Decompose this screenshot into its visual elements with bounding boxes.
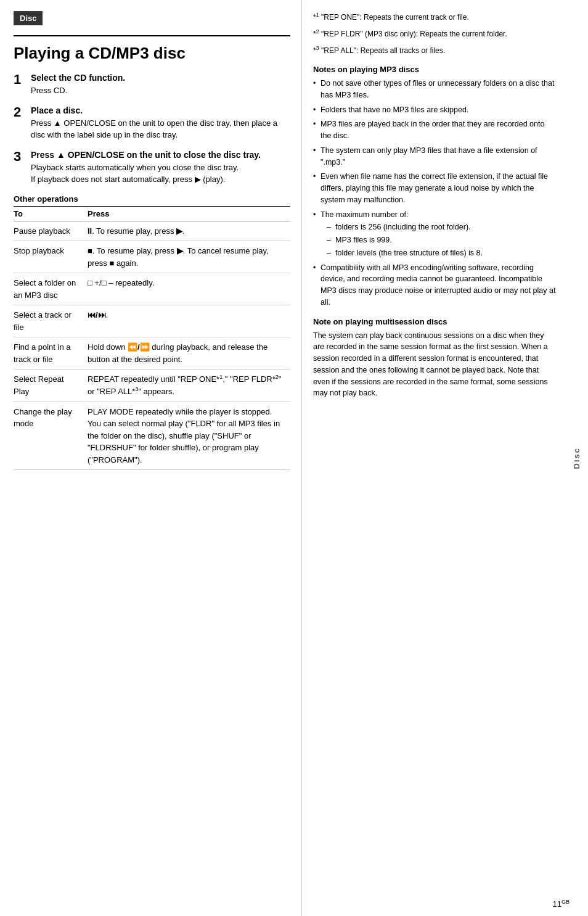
list-item: The system can only play MP3 files that … (313, 145, 556, 168)
table-header-to: To (14, 207, 88, 221)
page-number: 11GB (553, 899, 570, 909)
step-3-content: Press ▲ OPEN/CLOSE on the unit to close … (31, 150, 290, 186)
footnote-2: *2 "REP FLDR" (MP3 disc only): Repeats t… (313, 28, 556, 39)
step-2-title: Place a disc. (31, 105, 290, 115)
op-repeat-press: REPEAT repeatedly until "REP ONE*1," "RE… (88, 369, 290, 402)
divider (14, 35, 290, 36)
step-3-number: 3 (14, 150, 21, 163)
list-item: folders is 256 (including the root folde… (327, 221, 556, 233)
multisession-title: Note on playing multisession discs (313, 317, 556, 326)
page: Disc Playing a CD/MP3 disc 1 Select the … (0, 0, 588, 916)
table-row: Change the play mode PLAY MODE repeatedl… (14, 402, 290, 470)
table-header-press: Press (88, 207, 290, 221)
page-title: Playing a CD/MP3 disc (14, 44, 290, 63)
list-item: Do not save other types of files or unne… (313, 78, 556, 101)
op-mode-press: PLAY MODE repeatedly while the player is… (88, 402, 290, 470)
step-3-title: Press ▲ OPEN/CLOSE on the unit to close … (31, 150, 290, 160)
op-pause-press: II. To resume play, press ▶. (88, 221, 290, 241)
list-item: folder levels (the tree structure of fil… (327, 247, 556, 259)
step-1-title: Select the CD function. (31, 73, 290, 83)
other-ops-title: Other operations (14, 194, 290, 204)
op-track-to: Select a track or file (14, 305, 88, 337)
table-row: Pause playback II. To resume play, press… (14, 221, 290, 241)
operations-table: To Press Pause playback II. To resume pl… (14, 207, 290, 471)
multisession-body: The system can play back continuous sess… (313, 330, 556, 400)
op-folder-press: □ +/□ – repeatedly. (88, 273, 290, 305)
step-1-content: Select the CD function. Press CD. (31, 73, 290, 97)
footnote-3: *3 "REP ALL": Repeats all tracks or file… (313, 44, 556, 56)
right-column: *1 "REP ONE": Repeats the current track … (302, 0, 588, 916)
step-3: 3 Press ▲ OPEN/CLOSE on the unit to clos… (14, 150, 290, 186)
step-2-body: Press ▲ OPEN/CLOSE on the unit to open t… (31, 117, 290, 141)
table-row: Select Repeat Play REPEAT repeatedly unt… (14, 369, 290, 402)
step-2: 2 Place a disc. Press ▲ OPEN/CLOSE on th… (14, 105, 290, 141)
step-2-number: 2 (14, 105, 21, 119)
right-col-inner: *1 "REP ONE": Repeats the current track … (313, 11, 574, 399)
table-row: Find a point in a track or file Hold dow… (14, 337, 290, 369)
op-track-press: ⏮/⏭. (88, 305, 290, 337)
list-item: Folders that have no MP3 files are skipp… (313, 104, 556, 116)
table-row: Select a folder on an MP3 disc □ +/□ – r… (14, 273, 290, 305)
list-item: Even when file name has the correct file… (313, 171, 556, 205)
op-mode-to: Change the play mode (14, 402, 88, 470)
mp3-notes-title: Notes on playing MP3 discs (313, 65, 556, 74)
list-item: MP3 files is 999. (327, 234, 556, 246)
op-find-press: Hold down ⏪/⏩ during playback, and relea… (88, 337, 290, 369)
op-stop-to: Stop playback (14, 241, 88, 273)
step-1-number: 1 (14, 73, 21, 86)
side-disc-container: Disc (570, 0, 583, 916)
op-pause-to: Pause playback (14, 221, 88, 241)
mp3-notes-list: Do not save other types of files or unne… (313, 78, 556, 308)
step-2-content: Place a disc. Press ▲ OPEN/CLOSE on the … (31, 105, 290, 141)
list-item: The maximum number of: folders is 256 (i… (313, 209, 556, 259)
list-item: MP3 files are played back in the order t… (313, 118, 556, 142)
op-folder-to: Select a folder on an MP3 disc (14, 273, 88, 305)
table-row: Select a track or file ⏮/⏭. (14, 305, 290, 337)
step-1: 1 Select the CD function. Press CD. (14, 73, 290, 97)
table-row: Stop playback ■. To resume play, press ▶… (14, 241, 290, 273)
left-column: Disc Playing a CD/MP3 disc 1 Select the … (0, 0, 302, 916)
footnote-1: *1 "REP ONE": Repeats the current track … (313, 11, 556, 23)
step-3-body: Playback starts automatically when you c… (31, 162, 290, 186)
list-item: Compatibility with all MP3 encoding/writ… (313, 262, 556, 308)
max-number-sublist: folders is 256 (including the root folde… (321, 221, 556, 258)
disc-tab: Disc (14, 11, 43, 25)
op-find-to: Find a point in a track or file (14, 337, 88, 369)
op-stop-press: ■. To resume play, press ▶. To cancel re… (88, 241, 290, 273)
op-repeat-to: Select Repeat Play (14, 369, 88, 402)
step-1-body: Press CD. (31, 85, 290, 97)
side-disc-label: Disc (572, 447, 581, 469)
